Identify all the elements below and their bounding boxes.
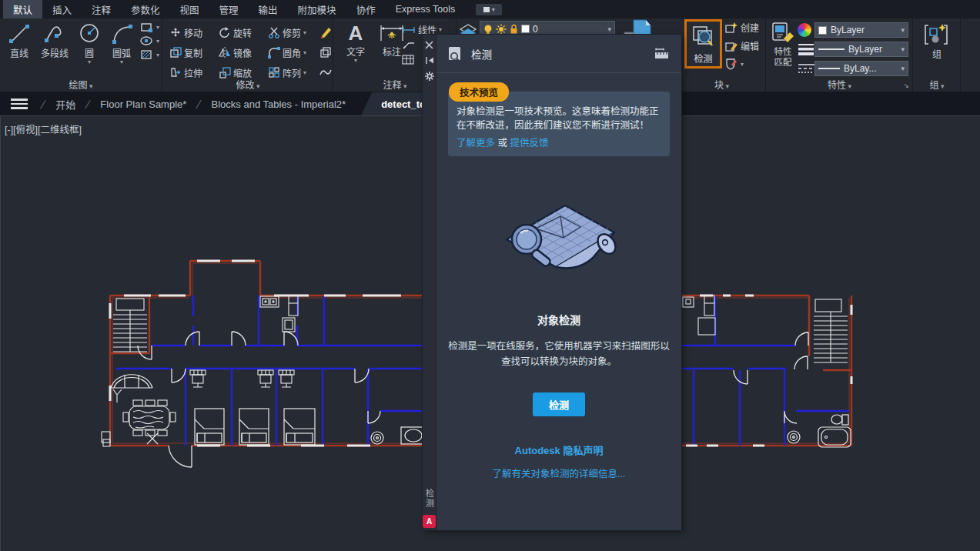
panel-title-properties[interactable]: 特性 [767, 78, 912, 91]
palette-side-tab[interactable]: 检测 [423, 489, 436, 509]
hatch-button[interactable]: ▾ [140, 49, 159, 60]
file-tab-blocks-tables[interactable]: Blocks and Tables - Imperial2* [204, 92, 354, 115]
detect-page-icon [448, 46, 463, 62]
chevron-down-icon: ▾ [156, 52, 159, 58]
lineweight-icon[interactable] [798, 43, 814, 55]
chevron-down-icon: ▾ [492, 6, 495, 13]
auto-hide-pin-icon[interactable] [425, 56, 434, 65]
color-wheel-icon[interactable] [798, 23, 811, 37]
panel-title-draw[interactable]: 绘图 [0, 78, 162, 91]
bay-window [111, 375, 152, 388]
dialog-launcher-icon[interactable]: ↘ [903, 82, 909, 89]
linetype-icon[interactable] [798, 63, 816, 75]
erase-icon[interactable] [319, 25, 333, 39]
lineweight-dropdown[interactable]: ByLay... ▾ [814, 61, 908, 76]
ribbon-tab-collaborate[interactable]: 协作 [346, 0, 386, 18]
file-tab-floor-plan[interactable]: Floor Plan Sample* [92, 92, 194, 115]
measure-settings-icon[interactable] [654, 47, 670, 60]
chevron-down-icon: ▾ [439, 26, 442, 33]
arc-button[interactable]: 圆弧 ▾ [105, 18, 139, 65]
attribute-button[interactable]: ▾ [724, 58, 759, 70]
dimension-icon [380, 22, 404, 44]
ribbon-tab-express-tools[interactable]: Express Tools [386, 0, 466, 18]
bathroom-right [788, 415, 851, 447]
move-button[interactable]: 移动 [169, 26, 219, 39]
close-icon[interactable] [425, 41, 433, 49]
copy-button[interactable]: 复制 [169, 46, 219, 59]
rotate-button[interactable]: 旋转 [219, 26, 268, 39]
scale-icon [219, 66, 231, 78]
match-properties-button[interactable]: 特性 匹配 [770, 22, 796, 68]
panel-title-group[interactable]: 组 [914, 78, 960, 91]
rectangle-button[interactable]: ▾ [140, 22, 159, 32]
array-icon [268, 66, 280, 78]
notice-text: 对象检测是一项技术预览。这意味着检测功能正在不断改进，因此我们建议您不断进行测试… [457, 105, 661, 132]
detect-ribbon-button[interactable]: 检测 [684, 19, 722, 68]
edit-block-button[interactable]: 编辑 [724, 39, 759, 52]
autocad-logo: A [423, 515, 436, 528]
line-button[interactable]: 直线 [5, 18, 34, 65]
explode-icon[interactable] [319, 45, 333, 59]
ribbon-tab-output[interactable]: 输出 [249, 0, 288, 18]
circle-button[interactable]: 圆 ▾ [75, 18, 103, 65]
bathroom-left [371, 427, 426, 444]
ribbon-tab-parametric[interactable]: 参数化 [121, 0, 170, 18]
chevron-down-icon[interactable]: ▾ [607, 25, 611, 33]
detect-button[interactable]: 检测 [533, 392, 585, 416]
or-text: 或 [498, 138, 508, 149]
chevron-down-icon: ▾ [156, 24, 159, 31]
ribbon-tab-manage[interactable]: 管理 [209, 0, 249, 18]
chevron-down-icon: ▾ [88, 59, 91, 65]
kitchen-left [260, 296, 298, 332]
object-detection-description: 检测是一项在线服务，它使用机器学习来扫描图形以查找可以转换为块的对象。 [448, 339, 670, 369]
feedback-link[interactable]: 提供反馈 [510, 138, 549, 149]
ribbon-tab-view[interactable]: 视图 [170, 0, 209, 18]
chevron-down-icon: ▾ [303, 49, 306, 56]
stretch-icon [169, 66, 182, 78]
palette-title-strip: 检测 A [423, 35, 436, 530]
layer-on-bulb-icon[interactable] [483, 24, 493, 35]
fillet-button[interactable]: 圆角 ▾ [268, 46, 319, 59]
ribbon-tab-annotate[interactable]: 注释 [82, 0, 121, 18]
create-block-button[interactable]: 创建 [724, 21, 759, 34]
file-tab-start[interactable]: 开始 [48, 92, 83, 115]
stretch-button[interactable]: 拉伸 [169, 66, 219, 79]
panel-title-modify[interactable]: 修改 [163, 78, 333, 91]
spline-edit-icon[interactable] [319, 66, 333, 78]
menu-hamburger-icon[interactable] [11, 96, 28, 112]
ribbon-tab-default[interactable]: 默认 [3, 0, 42, 18]
rotate-icon [219, 26, 231, 38]
linetype-dropdown[interactable]: ByLayer ▾ [814, 42, 908, 57]
detect-palette-body: 检测 技术预览 对象检测是一项技术预览。这意味着检测功能正在不断改进，因此我们建… [436, 35, 681, 530]
stairs-left [113, 299, 147, 352]
detection-details-link[interactable]: 了解有关对象检测的详细信息... [493, 469, 626, 479]
ribbon-tab-insert[interactable]: 插入 [42, 0, 82, 18]
chevron-down-icon: ▾ [741, 61, 744, 68]
chevron-down-icon: ▾ [303, 29, 306, 36]
chairs [190, 370, 294, 387]
array-button[interactable]: 阵列 ▾ [268, 66, 319, 79]
trim-icon [268, 26, 280, 38]
polyline-button[interactable]: 多段线 [35, 18, 74, 65]
hatch-icon [140, 49, 154, 60]
text-button[interactable]: A 文字 ▾ [340, 18, 371, 63]
stairs-right [814, 299, 848, 362]
panel-group: 组 组 [914, 18, 961, 92]
scale-button[interactable]: 缩放 [219, 66, 268, 79]
ribbon-tab-addins[interactable]: 附加模块 [288, 0, 346, 18]
layer-lock-icon[interactable] [510, 24, 518, 35]
learn-more-link[interactable]: 了解更多 [457, 138, 495, 149]
trim-button[interactable]: 修剪 ▾ [268, 26, 319, 39]
group-button[interactable]: 组 [914, 18, 960, 60]
ellipse-button[interactable]: ▾ [140, 35, 159, 46]
privacy-statement-link[interactable]: Autodesk 隐私声明 [515, 445, 604, 456]
properties-gear-icon[interactable] [425, 72, 434, 81]
ribbon-display-toggle[interactable]: ▾ [476, 4, 502, 15]
layer-freeze-sun-icon[interactable] [496, 24, 507, 35]
object-color-dropdown[interactable]: ByLayer ▾ [814, 22, 908, 38]
ucs-marker [102, 389, 122, 446]
panel-block: 检测 创建 编辑 [678, 18, 766, 92]
panel-title-block[interactable]: 块 [678, 78, 765, 91]
mirror-button[interactable]: 镜像 [219, 46, 268, 59]
layer-color-swatch[interactable] [521, 25, 530, 33]
